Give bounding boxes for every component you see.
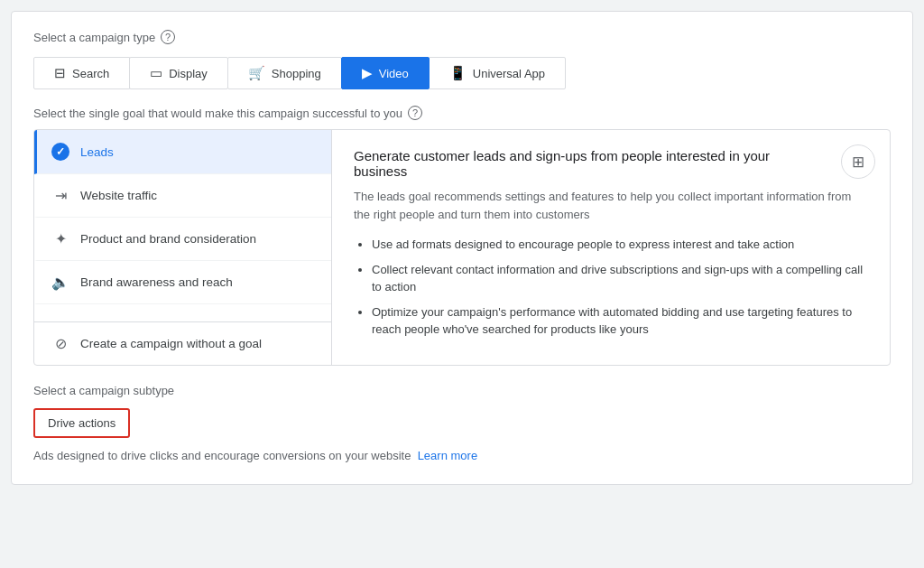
tab-shopping[interactable]: 🛒 Shopping: [227, 57, 342, 89]
goal-desc-subtitle: The leads goal recommends settings and f…: [354, 188, 868, 223]
goal-brand-awareness-label: Brand awareness and reach: [80, 275, 233, 289]
campaign-type-help-icon[interactable]: ?: [161, 30, 175, 44]
goal-desc-bullets: Use ad formats designed to encourage peo…: [354, 236, 868, 339]
goals-list: Leads ⇥ Website traffic ✦ Product and br…: [34, 130, 332, 365]
goal-product-brand-label: Product and brand consideration: [80, 232, 256, 246]
brand-awareness-icon: 🔈: [51, 274, 69, 291]
learn-more-link[interactable]: Learn more: [418, 449, 477, 462]
goal-brand-awareness[interactable]: 🔈 Brand awareness and reach: [34, 261, 331, 304]
display-tab-icon: ▭: [150, 65, 162, 81]
no-goal-item[interactable]: ⊘ Create a campaign without a goal: [34, 322, 331, 365]
goal-leads[interactable]: Leads: [34, 130, 331, 174]
goal-section-label-row: Select the single goal that would make t…: [33, 106, 891, 120]
goal-bullet-3: Optimize your campaign's performance wit…: [372, 303, 868, 339]
goal-bullet-1: Use ad formats designed to encourage peo…: [372, 236, 868, 254]
campaign-type-section: Select a campaign type ?: [33, 30, 891, 44]
tab-search[interactable]: ⊟ Search: [33, 57, 130, 89]
tab-shopping-label: Shopping: [272, 67, 321, 80]
goal-description-panel: ⊞ Generate customer leads and sign-ups f…: [332, 130, 890, 365]
website-traffic-icon: ⇥: [51, 187, 69, 204]
tab-display[interactable]: ▭ Display: [129, 57, 228, 89]
subtype-description: Ads designed to drive clicks and encoura…: [33, 449, 891, 462]
goal-section-label: Select the single goal that would make t…: [33, 107, 402, 120]
video-tab-icon: ▶: [362, 65, 373, 81]
tab-video[interactable]: ▶ Video: [341, 57, 430, 89]
goal-website-traffic[interactable]: ⇥ Website traffic: [34, 174, 331, 218]
goal-bullet-2: Collect relevant contact information and…: [372, 261, 868, 296]
goal-product-brand[interactable]: ✦ Product and brand consideration: [34, 218, 331, 261]
main-container: Select a campaign type ? ⊟ Search ▭ Disp…: [11, 11, 913, 485]
tab-universal-app-label: Universal App: [473, 67, 545, 80]
no-goal-icon: ⊘: [51, 335, 69, 352]
leads-check-icon: [51, 143, 69, 161]
product-brand-icon: ✦: [51, 230, 69, 247]
campaign-type-tabs: ⊟ Search ▭ Display 🛒 Shopping ▶ Video 📱 …: [33, 57, 891, 89]
goal-list-spacer: [34, 304, 331, 322]
campaign-type-label: Select a campaign type: [33, 31, 155, 44]
subtype-section: Select a campaign subtype Drive actions …: [33, 384, 891, 462]
tab-video-label: Video: [379, 67, 409, 80]
no-goal-label: Create a campaign without a goal: [80, 337, 262, 350]
app-tab-icon: 📱: [449, 65, 467, 81]
tab-display-label: Display: [169, 67, 208, 80]
drive-actions-button[interactable]: Drive actions: [33, 408, 130, 438]
tab-universal-app[interactable]: 📱 Universal App: [429, 57, 566, 89]
shopping-tab-icon: 🛒: [248, 65, 265, 81]
description-action-icon[interactable]: ⊞: [841, 144, 875, 179]
goal-help-icon[interactable]: ?: [408, 106, 422, 120]
goal-desc-title: Generate customer leads and sign-ups fro…: [354, 148, 868, 179]
subtype-desc-text: Ads designed to drive clicks and encoura…: [33, 449, 411, 462]
search-tab-icon: ⊟: [54, 65, 66, 81]
goal-website-traffic-label: Website traffic: [80, 189, 157, 202]
subtype-label: Select a campaign subtype: [33, 384, 891, 397]
goals-layout: Leads ⇥ Website traffic ✦ Product and br…: [33, 129, 891, 366]
goal-leads-label: Leads: [80, 145, 114, 159]
tab-search-label: Search: [72, 67, 109, 80]
